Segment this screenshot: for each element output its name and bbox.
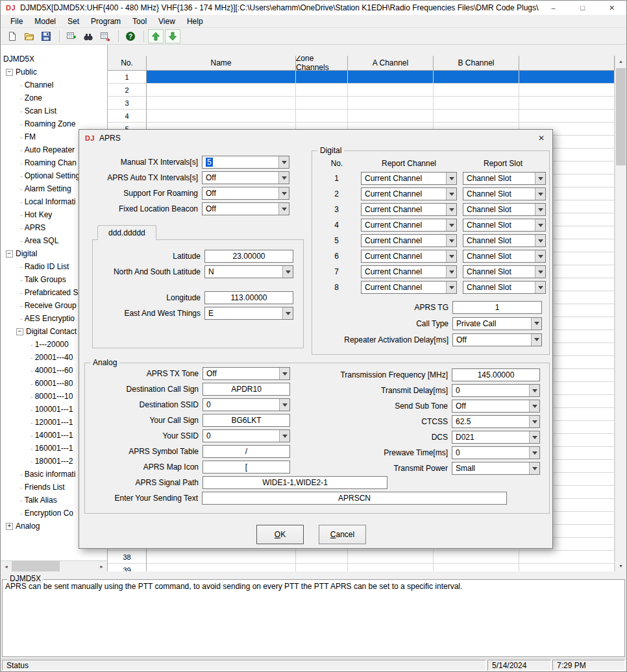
expand-icon[interactable]: + <box>6 523 13 530</box>
chevron-down-icon[interactable] <box>278 172 289 184</box>
transmit-power-select[interactable]: Small <box>452 462 540 475</box>
table-cell[interactable] <box>296 97 348 110</box>
aprs-map-icon-input[interactable]: [ <box>203 461 290 474</box>
ctcss-select[interactable]: 62.5 <box>452 415 540 428</box>
row-number[interactable]: 39 <box>108 564 147 571</box>
report-channel-select[interactable]: Current Channel <box>361 281 457 294</box>
report-slot-select[interactable]: Channel Slot <box>463 203 546 216</box>
chevron-down-icon[interactable] <box>446 282 456 293</box>
menu-set[interactable]: Set <box>62 16 85 27</box>
table-cell[interactable] <box>147 97 296 110</box>
chevron-down-icon[interactable] <box>279 430 289 442</box>
table-cell[interactable] <box>434 71 519 84</box>
collapse-icon[interactable]: − <box>6 250 13 258</box>
dcs-select[interactable]: D021 <box>452 431 540 444</box>
maximize-icon[interactable]: □ <box>568 1 597 15</box>
transmit-delay-ms-select[interactable]: 0 <box>452 384 540 397</box>
report-slot-select[interactable]: Channel Slot <box>463 250 546 263</box>
table-cell[interactable] <box>434 84 519 97</box>
chevron-down-icon[interactable] <box>446 266 456 278</box>
destination-ssid-select[interactable]: 0 <box>203 398 290 411</box>
chevron-down-icon[interactable] <box>529 385 539 396</box>
dialog-close-icon[interactable]: ✕ <box>536 133 547 143</box>
chevron-down-icon[interactable] <box>529 462 539 474</box>
table-cell[interactable] <box>296 564 348 571</box>
column-header-blank[interactable] <box>519 56 615 71</box>
row-number[interactable]: 1 <box>108 71 147 84</box>
read-from-radio-button[interactable] <box>148 29 164 43</box>
report-slot-select[interactable]: Channel Slot <box>463 234 546 247</box>
tree-item-zone[interactable]: -Zone <box>1 91 107 104</box>
new-file-button[interactable] <box>5 29 20 43</box>
table-cell[interactable] <box>348 110 434 123</box>
report-channel-select[interactable]: Current Channel <box>361 250 457 263</box>
chevron-down-icon[interactable] <box>535 266 545 278</box>
chevron-down-icon[interactable] <box>278 187 289 199</box>
chevron-down-icon[interactable] <box>282 266 293 278</box>
transmission-frequency-mhz-input[interactable]: 145.00000 <box>452 368 540 381</box>
repeater-activation-delay-ms-select[interactable]: Off <box>452 333 542 346</box>
chevron-down-icon[interactable] <box>278 156 289 168</box>
report-slot-select[interactable]: Channel Slot <box>463 281 546 294</box>
table-cell[interactable] <box>296 551 348 564</box>
scroll-right-icon[interactable]: ► <box>96 561 107 571</box>
enter-your-sending-text-input[interactable]: APRSCN <box>202 492 507 505</box>
aprs-tg-input[interactable]: 1 <box>452 301 542 314</box>
fixed-location-beacon-select[interactable]: Off <box>202 202 289 215</box>
table-row[interactable]: 39 <box>108 564 615 571</box>
report-slot-select[interactable]: Channel Slot <box>463 172 546 185</box>
send-sub-tone-select[interactable]: Off <box>452 400 540 413</box>
menu-program[interactable]: Program <box>85 16 127 27</box>
vertical-scrollbar-thumb[interactable] <box>616 68 626 165</box>
table-cell[interactable] <box>434 97 519 110</box>
row-number[interactable]: 3 <box>108 97 147 110</box>
column-header-name[interactable]: Name <box>147 56 296 71</box>
tree-item-djmd5x[interactable]: DJMD5X <box>1 53 107 66</box>
table-cell[interactable] <box>147 110 296 123</box>
table-cell[interactable] <box>147 84 296 97</box>
table-cell[interactable] <box>348 71 434 84</box>
search-button[interactable] <box>80 29 96 43</box>
support-for-roaming-select[interactable]: Off <box>202 187 289 200</box>
collapse-icon[interactable]: − <box>16 328 23 335</box>
tab-coordinate-format[interactable]: ddd.ddddd <box>97 225 156 240</box>
aprs-signal-path-input[interactable]: WIDE1-1,WIDE2-1 <box>203 476 387 489</box>
table-cell[interactable] <box>348 564 434 571</box>
table-row[interactable]: 2 <box>108 84 615 97</box>
aprs-auto-tx-intervals-s-select[interactable]: Off <box>202 171 289 184</box>
chevron-down-icon[interactable] <box>446 235 456 246</box>
chevron-down-icon[interactable] <box>535 235 545 246</box>
tree-item-scan-list[interactable]: -Scan List <box>1 104 107 117</box>
titlebar[interactable]: DJ DJMD5X[DJMD5X:UHF{400 - 480 MHz} VHF{… <box>1 1 626 15</box>
aprs-tx-tone-select[interactable]: Off <box>203 367 290 380</box>
table-cell[interactable] <box>519 551 615 564</box>
report-channel-select[interactable]: Current Channel <box>361 172 457 185</box>
chevron-down-icon[interactable] <box>529 416 539 427</box>
row-number[interactable]: 2 <box>108 84 147 97</box>
horizontal-scrollbar-thumb[interactable] <box>12 561 60 571</box>
help-button[interactable]: ? <box>123 29 138 43</box>
chevron-down-icon[interactable] <box>282 307 293 319</box>
dialog-titlebar[interactable]: DJ APRS <box>79 130 552 147</box>
table-row[interactable]: 3 <box>108 97 615 110</box>
chevron-down-icon[interactable] <box>446 219 456 231</box>
report-slot-select[interactable]: Channel Slot <box>463 265 546 278</box>
tree-item-public[interactable]: −Public <box>1 66 107 78</box>
menu-tool[interactable]: Tool <box>127 16 153 27</box>
table-cell[interactable] <box>519 564 615 571</box>
tree-item-roaming-zone[interactable]: -Roaming Zone <box>1 117 107 130</box>
report-channel-select[interactable]: Current Channel <box>361 265 457 278</box>
close-icon[interactable]: ✕ <box>597 1 626 15</box>
report-slot-select[interactable]: Channel Slot <box>463 187 546 200</box>
chevron-down-icon[interactable] <box>535 204 545 215</box>
export-button[interactable] <box>97 29 113 43</box>
chevron-down-icon[interactable] <box>535 173 545 184</box>
minimize-icon[interactable]: – <box>539 1 568 15</box>
table-cell[interactable] <box>348 551 434 564</box>
column-header-no[interactable]: No. <box>108 56 147 71</box>
chevron-down-icon[interactable] <box>446 188 456 200</box>
table-cell[interactable] <box>147 71 296 84</box>
scroll-left-icon[interactable]: ◄ <box>1 561 12 571</box>
chevron-down-icon[interactable] <box>535 219 545 231</box>
report-slot-select[interactable]: Channel Slot <box>463 219 546 232</box>
